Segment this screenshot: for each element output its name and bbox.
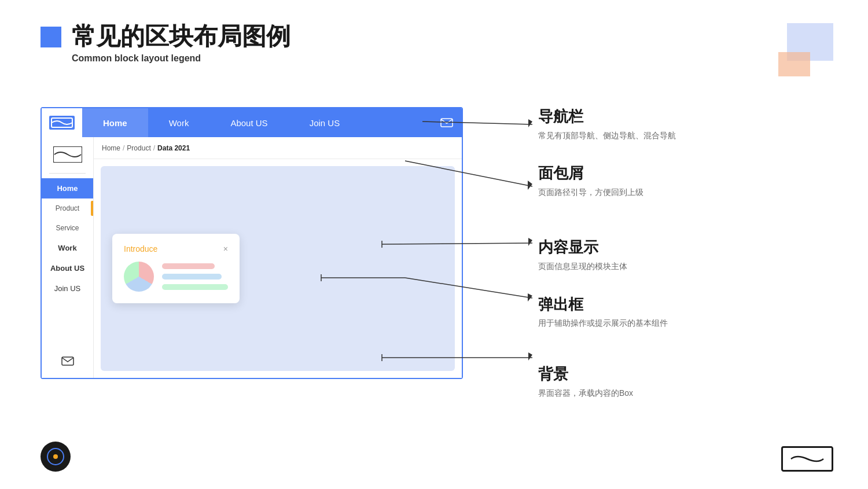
sidebar-item-product[interactable]: Product — [42, 198, 93, 218]
breadcrumb-sep1: / — [123, 144, 124, 152]
modal-line-3 — [162, 284, 228, 290]
navbar-item-home[interactable]: Home — [82, 108, 148, 137]
modal-line-1 — [162, 263, 215, 269]
navbar-mail-icon[interactable] — [439, 117, 455, 128]
sidebar-logo — [50, 143, 85, 166]
modal-chart-circle — [124, 262, 154, 292]
breadcrumb-sep2: / — [153, 144, 155, 152]
modal-line-2 — [162, 274, 222, 280]
navbar-logo-svg — [49, 116, 75, 130]
bottom-logo-left — [41, 442, 71, 472]
navbar-logo — [42, 108, 82, 137]
header-text-block: 常见的区块布局图例 Common block layout legend — [72, 23, 290, 64]
annotation-content-title: 内容显示 — [538, 238, 676, 258]
svg-marker-8 — [528, 181, 532, 190]
sidebar-item-home[interactable]: Home — [42, 178, 93, 198]
sidebar-divider — [49, 173, 85, 174]
annotation-navbar: 导航栏 常见有顶部导航、侧边导航、混合导航 — [538, 107, 676, 142]
annotation-background: 背景 界面容器，承载内容的Box — [538, 365, 676, 399]
svg-marker-18 — [528, 352, 532, 361]
svg-marker-15 — [528, 293, 532, 302]
annotation-navbar-title: 导航栏 — [538, 107, 676, 127]
annotation-breadcrumb-desc: 页面路径引导，方便回到上级 — [538, 186, 676, 198]
breadcrumb-home: Home — [102, 144, 120, 152]
bottom-logo-inner — [47, 448, 64, 465]
modal-lines — [162, 263, 228, 290]
svg-rect-2 — [441, 119, 453, 127]
annotation-background-desc: 界面容器，承载内容的Box — [538, 387, 676, 399]
annotation-breadcrumb-title: 面包屑 — [538, 164, 676, 183]
bottom-logo-dot — [53, 454, 58, 459]
annotation-background-title: 背景 — [538, 365, 676, 384]
diagram-navbar: Home Work About US Join US — [42, 108, 462, 137]
page-title-en: Common block layout legend — [72, 53, 290, 64]
annotation-breadcrumb: 面包屑 页面路径引导，方便回到上级 — [538, 164, 676, 198]
annotation-modal: 弹出框 用于辅助操作或提示展示的基本组件 — [538, 295, 676, 330]
annotation-modal-desc: 用于辅助操作或提示展示的基本组件 — [538, 317, 676, 329]
annotation-items: 导航栏 常见有顶部导航、侧边导航、混合导航 面包屑 页面路径引导，方便回到上级 … — [538, 107, 676, 421]
breadcrumb-product: Product — [127, 144, 150, 152]
bottom-logo-box — [781, 446, 833, 472]
modal-header: Introduce × — [124, 244, 228, 253]
diagram-content-area: Introduce × — [101, 166, 455, 371]
annotation-content: 内容显示 页面信息呈现的模块主体 — [538, 238, 676, 273]
sidebar-item-aboutus[interactable]: About US — [42, 258, 93, 278]
navbar-item-joinus[interactable]: Join US — [289, 108, 361, 137]
modal-title: Introduce — [124, 244, 157, 253]
sidebar-item-joinus[interactable]: Join US — [42, 278, 93, 299]
diagram-body: Home Product Service Work About US Join … — [42, 137, 462, 378]
sidebar-item-work[interactable]: Work — [42, 238, 93, 258]
annotation-content-desc: 页面信息呈现的模块主体 — [538, 260, 676, 273]
page-header: 常见的区块布局图例 Common block layout legend — [41, 23, 290, 64]
sidebar-mail-icon[interactable] — [61, 356, 74, 369]
breadcrumb-current: Data 2021 — [157, 144, 190, 152]
svg-marker-6 — [528, 119, 532, 127]
bottom-logo-right — [781, 446, 833, 472]
bottom-logo-box-svg — [790, 451, 825, 466]
modal-body — [124, 262, 228, 292]
modal-close-button[interactable]: × — [223, 244, 228, 253]
header-icon — [41, 27, 61, 47]
svg-rect-4 — [62, 357, 73, 365]
diagram-breadcrumb: Home / Product / Data 2021 — [94, 137, 462, 159]
bottom-logo-circle — [41, 442, 71, 472]
navbar-item-work[interactable]: Work — [148, 108, 210, 137]
navbar-items: Home Work About US Join US — [82, 108, 439, 137]
annotation-modal-title: 弹出框 — [538, 295, 676, 315]
navbar-item-aboutus[interactable]: About US — [209, 108, 288, 137]
modal-card: Introduce × — [112, 234, 240, 303]
deco-orange-rect — [778, 52, 810, 76]
sidebar-item-service[interactable]: Service — [42, 218, 93, 238]
diagram-container: Home Work About US Join US Home Product — [41, 107, 463, 379]
page-title-cn: 常见的区块布局图例 — [72, 23, 290, 50]
annotation-navbar-desc: 常见有顶部导航、侧边导航、混合导航 — [538, 129, 676, 142]
diagram-main: Home / Product / Data 2021 Introduce × — [94, 137, 462, 378]
diagram-sidebar: Home Product Service Work About US Join … — [42, 137, 94, 378]
svg-marker-11 — [528, 238, 532, 246]
